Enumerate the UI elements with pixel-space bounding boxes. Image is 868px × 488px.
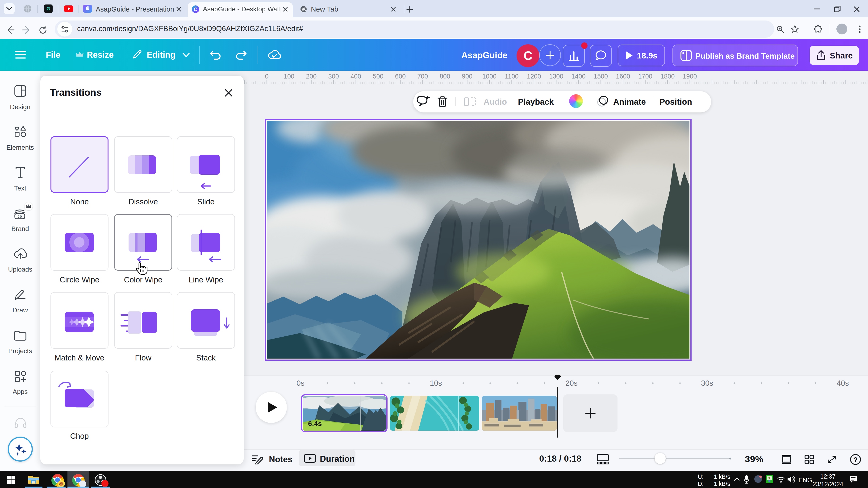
svg-text:1800: 1800 xyxy=(660,73,675,80)
svg-text:0: 0 xyxy=(265,73,269,80)
svg-text:1400: 1400 xyxy=(571,73,586,80)
svg-text:1200: 1200 xyxy=(527,73,541,80)
svg-text:C: C xyxy=(194,6,197,12)
svg-text:1600: 1600 xyxy=(616,73,630,80)
svg-text:300: 300 xyxy=(328,73,339,80)
svg-text:co: co xyxy=(18,214,22,218)
svg-text:1700: 1700 xyxy=(638,73,652,80)
svg-text:800: 800 xyxy=(440,73,450,80)
svg-text:400: 400 xyxy=(350,73,361,80)
svg-text:1300: 1300 xyxy=(549,73,563,80)
svg-text:200: 200 xyxy=(306,73,316,80)
svg-text:1900: 1900 xyxy=(683,73,697,80)
svg-text:700: 700 xyxy=(417,73,428,80)
svg-text:600: 600 xyxy=(395,73,406,80)
svg-text:1000: 1000 xyxy=(483,73,497,80)
svg-text:1500: 1500 xyxy=(594,73,608,80)
svg-text:500: 500 xyxy=(373,73,383,80)
svg-text:1100: 1100 xyxy=(505,73,519,80)
svg-text:100: 100 xyxy=(284,73,294,80)
svg-text:900: 900 xyxy=(462,73,472,80)
